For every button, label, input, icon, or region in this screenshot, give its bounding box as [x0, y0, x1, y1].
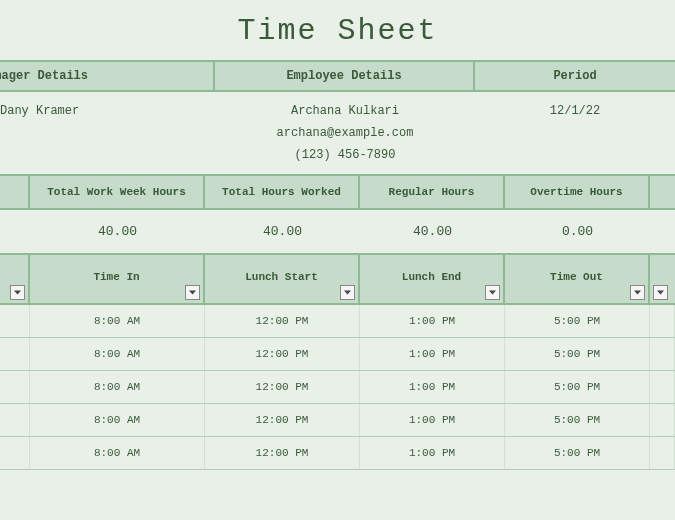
employee-header: Employee Details [215, 62, 475, 90]
time-header-row: Time In Lunch Start Lunch End Time Out [0, 255, 675, 305]
summary-header-total-worked: Total Hours Worked [205, 176, 360, 208]
table-cell [0, 338, 30, 370]
table-cell: 5:00 PM [505, 404, 650, 436]
table-cell: 1:00 PM [360, 404, 505, 436]
summary-total-worked: 40.00 [205, 210, 360, 253]
summary-total-week: 40.00 [30, 210, 205, 253]
summary-overtime: 0.00 [505, 210, 650, 253]
summary-spacer-left-val [0, 210, 30, 253]
table-cell: 8:00 AM [30, 404, 205, 436]
summary-header-total-week: Total Work Week Hours [30, 176, 205, 208]
details-row: Dany Kramer Archana Kulkari archana@exam… [0, 92, 675, 166]
table-cell: 1:00 PM [360, 338, 505, 370]
table-cell: 5:00 PM [505, 338, 650, 370]
time-header-lunch-end: Lunch End [360, 255, 505, 303]
manager-header: Manager Details [0, 62, 215, 90]
table-cell [650, 371, 675, 403]
table-cell [650, 338, 675, 370]
table-cell: 12:00 PM [205, 305, 360, 337]
page-title: Time Sheet [0, 0, 675, 60]
filter-button[interactable] [485, 285, 500, 300]
summary-regular: 40.00 [360, 210, 505, 253]
table-cell [0, 305, 30, 337]
employee-phone: (123) 456-7890 [215, 144, 475, 166]
summary-header-overtime: Overtime Hours [505, 176, 650, 208]
table-cell: 8:00 AM [30, 371, 205, 403]
time-rows-container: 8:00 AM12:00 PM1:00 PM5:00 PM8:00 AM12:0… [0, 305, 675, 470]
summary-spacer-right-val [650, 210, 675, 253]
period-value: 12/1/22 [475, 100, 675, 166]
table-cell: 12:00 PM [205, 371, 360, 403]
table-cell [650, 437, 675, 469]
employee-name: Archana Kulkari [215, 100, 475, 122]
summary-header-row: Total Work Week Hours Total Hours Worked… [0, 174, 675, 210]
summary-spacer-right [650, 176, 675, 208]
filter-button[interactable] [653, 285, 668, 300]
table-cell: 8:00 AM [30, 338, 205, 370]
table-cell: 5:00 PM [505, 371, 650, 403]
table-row: 8:00 AM12:00 PM1:00 PM5:00 PM [0, 437, 675, 470]
filter-button[interactable] [630, 285, 645, 300]
table-cell: 5:00 PM [505, 437, 650, 469]
table-cell: 12:00 PM [205, 437, 360, 469]
time-header-time-in: Time In [30, 255, 205, 303]
employee-email: archana@example.com [215, 122, 475, 144]
table-cell [650, 305, 675, 337]
summary-row: 40.00 40.00 40.00 0.00 [0, 210, 675, 255]
time-header-spacer-right [650, 255, 675, 303]
employee-details: Archana Kulkari archana@example.com (123… [215, 100, 475, 166]
table-row: 8:00 AM12:00 PM1:00 PM5:00 PM [0, 371, 675, 404]
table-cell: 1:00 PM [360, 437, 505, 469]
table-row: 8:00 AM12:00 PM1:00 PM5:00 PM [0, 404, 675, 437]
table-cell: 1:00 PM [360, 371, 505, 403]
filter-button[interactable] [185, 285, 200, 300]
table-cell [650, 404, 675, 436]
time-header-lunch-start: Lunch Start [205, 255, 360, 303]
table-row: 8:00 AM12:00 PM1:00 PM5:00 PM [0, 305, 675, 338]
table-cell: 5:00 PM [505, 305, 650, 337]
time-header-spacer-left [0, 255, 30, 303]
manager-name: Dany Kramer [0, 100, 215, 166]
summary-spacer-left [0, 176, 30, 208]
filter-button[interactable] [340, 285, 355, 300]
summary-header-regular: Regular Hours [360, 176, 505, 208]
table-cell: 1:00 PM [360, 305, 505, 337]
table-cell [0, 437, 30, 469]
table-cell [0, 371, 30, 403]
table-cell: 12:00 PM [205, 338, 360, 370]
period-header: Period [475, 62, 675, 90]
table-cell [0, 404, 30, 436]
time-header-time-out: Time Out [505, 255, 650, 303]
table-row: 8:00 AM12:00 PM1:00 PM5:00 PM [0, 338, 675, 371]
table-cell: 8:00 AM [30, 437, 205, 469]
table-cell: 8:00 AM [30, 305, 205, 337]
table-cell: 12:00 PM [205, 404, 360, 436]
details-header-row: Manager Details Employee Details Period [0, 60, 675, 92]
filter-button[interactable] [10, 285, 25, 300]
